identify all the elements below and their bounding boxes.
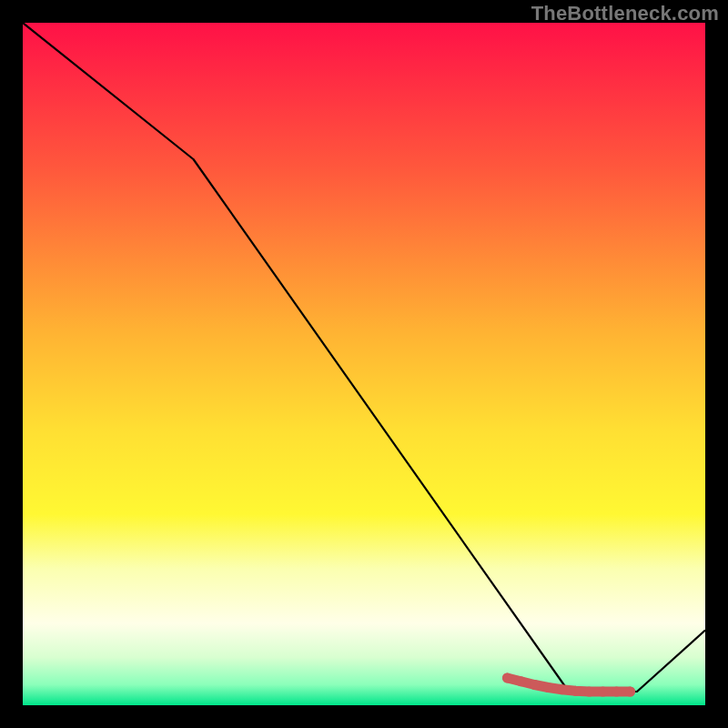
marker-dot: [530, 680, 540, 690]
chart-container: TheBottleneck.com: [0, 0, 728, 728]
gradient-background: [23, 23, 705, 705]
marker-dot: [516, 676, 526, 686]
marker-dot: [557, 684, 567, 694]
marker-dot: [571, 686, 581, 696]
plot-area: [23, 23, 705, 705]
marker-dot: [625, 687, 635, 697]
marker-dot: [584, 687, 594, 697]
marker-dot: [612, 687, 622, 697]
chart-svg: [23, 23, 705, 705]
watermark-text: TheBottleneck.com: [531, 2, 719, 25]
marker-dot: [502, 673, 512, 683]
marker-dot: [543, 682, 553, 693]
marker-dot: [598, 687, 608, 697]
